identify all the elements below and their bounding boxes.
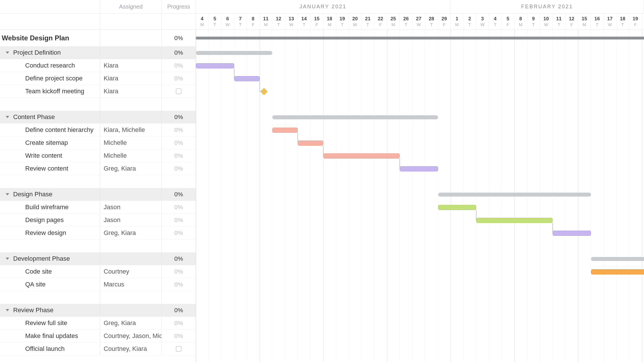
day-cell[interactable]: 2T: [464, 14, 476, 29]
task-bar[interactable]: [591, 269, 644, 274]
day-name: W: [480, 22, 485, 27]
task-bar[interactable]: [438, 205, 476, 210]
day-number: 7: [239, 16, 242, 22]
group-row[interactable]: Review Phase0%: [0, 304, 196, 317]
summary-bar[interactable]: [196, 51, 272, 55]
day-cell[interactable]: 5F: [502, 14, 515, 29]
day-cell[interactable]: 12F: [566, 14, 578, 29]
day-number: 21: [365, 16, 371, 22]
day-cell[interactable]: 14T: [298, 14, 311, 29]
day-number: 5: [507, 16, 509, 22]
task-bar[interactable]: [553, 231, 591, 236]
day-cell[interactable]: 11M: [260, 14, 273, 29]
day-cell[interactable]: 15F: [311, 14, 324, 29]
day-cell[interactable]: 18M: [323, 14, 336, 29]
task-row[interactable]: Create sitemapMichelle0%: [0, 137, 196, 149]
day-cell[interactable]: 5T: [209, 14, 222, 29]
day-cell[interactable]: M: [642, 14, 644, 29]
task-bar[interactable]: [298, 141, 323, 146]
day-number: 28: [429, 16, 434, 22]
task-row[interactable]: Write contentMichelle0%: [0, 149, 196, 162]
day-name: M: [391, 22, 395, 27]
caret-down-icon[interactable]: [6, 193, 9, 195]
task-bar[interactable]: [272, 128, 298, 133]
task-assigned: Courtney, Kiara: [104, 345, 147, 353]
day-cell[interactable]: 27W: [413, 14, 426, 29]
task-bar[interactable]: [400, 166, 438, 171]
task-row[interactable]: Make final updatesCourtney, Jason, Miche…: [0, 330, 196, 343]
day-cell[interactable]: 19T: [336, 14, 349, 29]
task-bar[interactable]: [476, 218, 553, 223]
day-name: T: [494, 22, 497, 27]
day-cell[interactable]: 19F: [629, 14, 642, 29]
summary-bar[interactable]: [196, 37, 644, 39]
task-row[interactable]: Official launchCourtney, Kiara: [0, 343, 196, 355]
day-cell[interactable]: 26T: [400, 14, 413, 29]
day-cell[interactable]: 12T: [272, 14, 285, 29]
day-cell[interactable]: 8M: [515, 14, 527, 29]
caret-down-icon[interactable]: [6, 52, 9, 54]
day-number: 19: [633, 16, 638, 22]
day-cell[interactable]: 4M: [196, 14, 209, 29]
task-row[interactable]: QA siteMarcus0%: [0, 278, 196, 291]
task-bar[interactable]: [196, 63, 234, 68]
day-cell[interactable]: 13W: [285, 14, 298, 29]
dependency-link: [259, 91, 265, 92]
day-number: 29: [442, 16, 447, 22]
day-cell[interactable]: 29F: [438, 14, 451, 29]
project-title-row[interactable]: Website Design Plan0%: [0, 30, 196, 46]
milestone-checkbox[interactable]: [176, 88, 182, 94]
group-row[interactable]: Project Definition0%: [0, 46, 196, 59]
task-row[interactable]: Build wireframeJason0%: [0, 201, 196, 214]
milestone-checkbox[interactable]: [176, 346, 182, 352]
task-row[interactable]: Conduct researchKiara0%: [0, 59, 196, 72]
day-header-spacer: [0, 14, 196, 30]
day-cell[interactable]: 11T: [553, 14, 566, 29]
day-cell[interactable]: 1M: [451, 14, 464, 29]
day-name: T: [430, 22, 433, 27]
task-row[interactable]: Review contentGreg, Kiara0%: [0, 162, 196, 175]
task-row[interactable]: Design pagesJason0%: [0, 214, 196, 227]
task-row[interactable]: Define project scopeKiara0%: [0, 72, 196, 85]
day-number: 15: [314, 16, 320, 22]
group-row[interactable]: Design Phase0%: [0, 188, 196, 201]
group-row[interactable]: Development Phase0%: [0, 252, 196, 265]
column-header-progress[interactable]: Progress: [162, 0, 196, 13]
summary-bar[interactable]: [438, 193, 591, 197]
caret-down-icon[interactable]: [6, 258, 9, 260]
task-name: Conduct research: [25, 62, 75, 69]
dependency-link: [298, 133, 298, 143]
day-cell[interactable]: 25M: [387, 14, 400, 29]
day-cell[interactable]: 8F: [247, 14, 260, 29]
day-cell[interactable]: 28T: [425, 14, 438, 29]
task-row[interactable]: Review designGreg, Kiara0%: [0, 227, 196, 240]
day-cell[interactable]: 7T: [234, 14, 247, 29]
task-bar[interactable]: [234, 76, 260, 81]
column-header-assigned[interactable]: Assigned: [100, 0, 162, 13]
task-row[interactable]: Review full siteGreg, Kiara0%: [0, 317, 196, 330]
caret-down-icon[interactable]: [6, 116, 9, 118]
day-cell[interactable]: 9T: [527, 14, 540, 29]
day-cell[interactable]: 22F: [374, 14, 387, 29]
task-row[interactable]: Define content hierarchyKiara, Michelle0…: [0, 124, 196, 137]
day-cell[interactable]: 10W: [540, 14, 553, 29]
task-row[interactable]: Team kickoff meetingKiara: [0, 85, 196, 98]
task-bar[interactable]: [323, 153, 400, 159]
day-cell[interactable]: 17W: [604, 14, 617, 29]
summary-bar[interactable]: [591, 257, 644, 261]
task-row[interactable]: Code siteCourtney0%: [0, 265, 196, 278]
day-cell[interactable]: 15M: [578, 14, 591, 29]
day-cell[interactable]: 16T: [591, 14, 604, 29]
group-row[interactable]: Content Phase0%: [0, 111, 196, 124]
timeline[interactable]: JANUARY 2021FEBRUARY 2021 4M5T6W7T8F11M1…: [196, 0, 644, 362]
day-cell[interactable]: 3W: [476, 14, 489, 29]
day-cell[interactable]: 20W: [349, 14, 362, 29]
caret-down-icon[interactable]: [6, 309, 9, 311]
task-progress: 0%: [174, 152, 183, 159]
day-cell[interactable]: 6W: [221, 14, 234, 29]
summary-bar[interactable]: [272, 115, 438, 119]
day-cell[interactable]: 18T: [617, 14, 629, 29]
day-cell[interactable]: 21T: [362, 14, 375, 29]
task-name: Make final updates: [25, 332, 78, 340]
day-cell[interactable]: 4T: [489, 14, 502, 29]
